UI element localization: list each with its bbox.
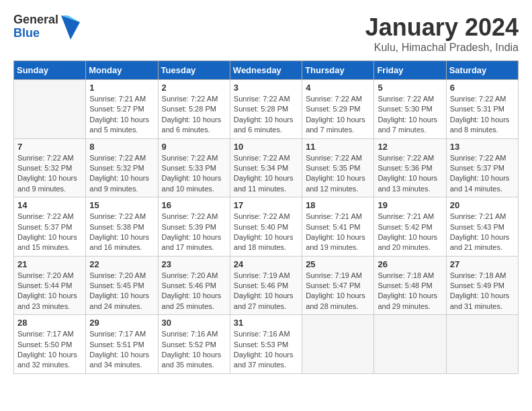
day-info: Sunrise: 7:22 AM Sunset: 5:37 PM Dayligh…	[450, 153, 515, 195]
svg-marker-0	[61, 15, 80, 40]
day-info: Sunrise: 7:22 AM Sunset: 5:32 PM Dayligh…	[89, 153, 154, 195]
day-number: 16	[162, 200, 226, 210]
day-cell: 27Sunrise: 7:18 AM Sunset: 5:49 PM Dayli…	[446, 256, 518, 315]
weekday-header-monday: Monday	[86, 61, 158, 80]
day-cell	[302, 315, 374, 374]
day-cell	[14, 80, 86, 139]
day-info: Sunrise: 7:22 AM Sunset: 5:30 PM Dayligh…	[378, 94, 442, 136]
day-cell: 10Sunrise: 7:22 AM Sunset: 5:34 PM Dayli…	[230, 138, 302, 197]
day-cell: 11Sunrise: 7:22 AM Sunset: 5:35 PM Dayli…	[302, 138, 374, 197]
day-number: 22	[89, 259, 154, 269]
day-info: Sunrise: 7:22 AM Sunset: 5:28 PM Dayligh…	[162, 94, 226, 136]
location-title: Kulu, Himachal Pradesh, India	[365, 42, 519, 54]
day-cell: 13Sunrise: 7:22 AM Sunset: 5:37 PM Dayli…	[446, 138, 518, 197]
day-number: 1	[89, 83, 154, 93]
day-cell: 19Sunrise: 7:21 AM Sunset: 5:42 PM Dayli…	[374, 197, 446, 257]
day-cell: 23Sunrise: 7:20 AM Sunset: 5:46 PM Dayli…	[158, 256, 230, 315]
weekday-header-tuesday: Tuesday	[158, 61, 230, 80]
day-number: 19	[378, 200, 442, 210]
day-number: 10	[234, 142, 298, 152]
weekday-header-wednesday: Wednesday	[230, 61, 302, 80]
month-title: January 2024	[365, 13, 519, 42]
title-area: January 2024 Kulu, Himachal Pradesh, Ind…	[365, 13, 519, 54]
day-cell: 26Sunrise: 7:18 AM Sunset: 5:48 PM Dayli…	[374, 256, 446, 315]
day-number: 30	[162, 318, 226, 328]
day-cell: 22Sunrise: 7:20 AM Sunset: 5:45 PM Dayli…	[86, 256, 158, 315]
weekday-header-thursday: Thursday	[302, 61, 374, 80]
day-info: Sunrise: 7:21 AM Sunset: 5:43 PM Dayligh…	[450, 212, 515, 253]
day-number: 31	[234, 318, 298, 328]
day-number: 14	[17, 200, 82, 210]
day-info: Sunrise: 7:16 AM Sunset: 5:53 PM Dayligh…	[234, 329, 298, 371]
day-number: 9	[162, 142, 226, 152]
day-number: 20	[450, 200, 515, 210]
weekday-header-sunday: Sunday	[14, 61, 86, 80]
day-number: 4	[306, 83, 370, 93]
day-info: Sunrise: 7:22 AM Sunset: 5:38 PM Dayligh…	[89, 212, 154, 253]
day-info: Sunrise: 7:22 AM Sunset: 5:28 PM Dayligh…	[234, 94, 298, 136]
day-number: 18	[306, 200, 370, 210]
day-info: Sunrise: 7:22 AM Sunset: 5:31 PM Dayligh…	[450, 94, 515, 136]
day-info: Sunrise: 7:20 AM Sunset: 5:44 PM Dayligh…	[17, 271, 82, 312]
day-cell: 30Sunrise: 7:16 AM Sunset: 5:52 PM Dayli…	[158, 315, 230, 374]
day-number: 28	[17, 318, 82, 328]
day-info: Sunrise: 7:22 AM Sunset: 5:35 PM Dayligh…	[306, 153, 370, 195]
day-info: Sunrise: 7:21 AM Sunset: 5:42 PM Dayligh…	[378, 212, 442, 253]
day-cell	[374, 315, 446, 374]
day-info: Sunrise: 7:17 AM Sunset: 5:51 PM Dayligh…	[89, 329, 154, 371]
day-cell: 8Sunrise: 7:22 AM Sunset: 5:32 PM Daylig…	[86, 138, 158, 197]
day-cell: 14Sunrise: 7:22 AM Sunset: 5:37 PM Dayli…	[14, 197, 86, 257]
day-info: Sunrise: 7:21 AM Sunset: 5:41 PM Dayligh…	[306, 212, 370, 253]
day-number: 12	[378, 142, 442, 152]
day-cell: 3Sunrise: 7:22 AM Sunset: 5:28 PM Daylig…	[230, 80, 302, 139]
day-cell: 16Sunrise: 7:22 AM Sunset: 5:39 PM Dayli…	[158, 197, 230, 257]
day-info: Sunrise: 7:17 AM Sunset: 5:50 PM Dayligh…	[17, 329, 82, 371]
day-number: 23	[162, 259, 226, 269]
day-info: Sunrise: 7:18 AM Sunset: 5:48 PM Dayligh…	[378, 271, 442, 312]
day-cell: 6Sunrise: 7:22 AM Sunset: 5:31 PM Daylig…	[446, 80, 518, 139]
day-info: Sunrise: 7:22 AM Sunset: 5:34 PM Dayligh…	[234, 153, 298, 195]
week-row-5: 28Sunrise: 7:17 AM Sunset: 5:50 PM Dayli…	[14, 315, 519, 374]
day-number: 7	[17, 142, 82, 152]
day-cell: 24Sunrise: 7:19 AM Sunset: 5:46 PM Dayli…	[230, 256, 302, 315]
weekday-header-saturday: Saturday	[446, 61, 518, 80]
day-cell: 20Sunrise: 7:21 AM Sunset: 5:43 PM Dayli…	[446, 197, 518, 257]
day-cell	[446, 315, 518, 374]
day-number: 6	[450, 83, 515, 93]
day-number: 8	[89, 142, 154, 152]
day-cell: 17Sunrise: 7:22 AM Sunset: 5:40 PM Dayli…	[230, 197, 302, 257]
day-number: 26	[378, 259, 442, 269]
day-info: Sunrise: 7:20 AM Sunset: 5:45 PM Dayligh…	[89, 271, 154, 312]
weekday-header-row: SundayMondayTuesdayWednesdayThursdayFrid…	[14, 61, 519, 80]
day-info: Sunrise: 7:19 AM Sunset: 5:47 PM Dayligh…	[306, 271, 370, 312]
day-cell: 25Sunrise: 7:19 AM Sunset: 5:47 PM Dayli…	[302, 256, 374, 315]
day-cell: 4Sunrise: 7:22 AM Sunset: 5:29 PM Daylig…	[302, 80, 374, 139]
day-number: 2	[162, 83, 226, 93]
logo: General Blue	[13, 13, 80, 40]
day-cell: 31Sunrise: 7:16 AM Sunset: 5:53 PM Dayli…	[230, 315, 302, 374]
day-cell: 9Sunrise: 7:22 AM Sunset: 5:33 PM Daylig…	[158, 138, 230, 197]
day-info: Sunrise: 7:22 AM Sunset: 5:39 PM Dayligh…	[162, 212, 226, 253]
day-cell: 12Sunrise: 7:22 AM Sunset: 5:36 PM Dayli…	[374, 138, 446, 197]
day-cell: 28Sunrise: 7:17 AM Sunset: 5:50 PM Dayli…	[14, 315, 86, 374]
day-cell: 5Sunrise: 7:22 AM Sunset: 5:30 PM Daylig…	[374, 80, 446, 139]
week-row-2: 7Sunrise: 7:22 AM Sunset: 5:32 PM Daylig…	[14, 138, 519, 197]
calendar-table: SundayMondayTuesdayWednesdayThursdayFrid…	[13, 60, 519, 374]
day-info: Sunrise: 7:22 AM Sunset: 5:32 PM Dayligh…	[17, 153, 82, 195]
logo-blue-text: Blue	[13, 27, 58, 40]
day-info: Sunrise: 7:20 AM Sunset: 5:46 PM Dayligh…	[162, 271, 226, 312]
day-number: 17	[234, 200, 298, 210]
weekday-header-friday: Friday	[374, 61, 446, 80]
day-number: 3	[234, 83, 298, 93]
day-number: 5	[378, 83, 442, 93]
logo-general-text: General	[13, 13, 58, 27]
week-row-3: 14Sunrise: 7:22 AM Sunset: 5:37 PM Dayli…	[14, 197, 519, 257]
day-cell: 29Sunrise: 7:17 AM Sunset: 5:51 PM Dayli…	[86, 315, 158, 374]
day-info: Sunrise: 7:19 AM Sunset: 5:46 PM Dayligh…	[234, 271, 298, 312]
day-number: 24	[234, 259, 298, 269]
day-info: Sunrise: 7:22 AM Sunset: 5:36 PM Dayligh…	[378, 153, 442, 195]
day-cell: 7Sunrise: 7:22 AM Sunset: 5:32 PM Daylig…	[14, 138, 86, 197]
day-info: Sunrise: 7:22 AM Sunset: 5:40 PM Dayligh…	[234, 212, 298, 253]
day-info: Sunrise: 7:22 AM Sunset: 5:29 PM Dayligh…	[306, 94, 370, 136]
day-info: Sunrise: 7:21 AM Sunset: 5:27 PM Dayligh…	[89, 94, 154, 136]
